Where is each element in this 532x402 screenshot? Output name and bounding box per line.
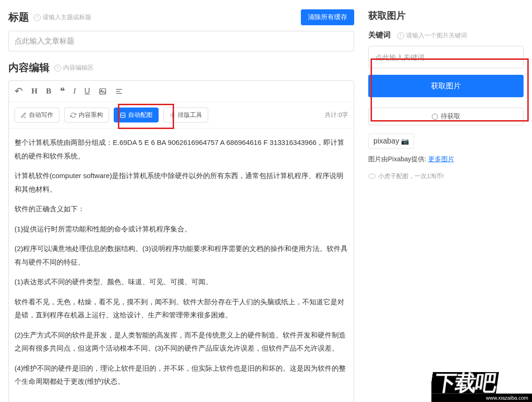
paragraph: 计算机软件(computer software)是指计算机系统中除硬件以外的所有… <box>15 169 348 196</box>
paragraph: (2)程序可以满意地处理信息的数据结构。(3)说明程序功能要求和程序需要的文档的… <box>15 242 348 269</box>
paragraph: (1)表达形式不同的硬件类型、颜色、味道、可见、可摸、可闻。 <box>15 275 348 289</box>
keyword-input[interactable] <box>368 46 524 68</box>
more-images-link[interactable]: 更多图片 <box>428 155 454 163</box>
underline-icon[interactable]: U <box>84 86 90 96</box>
article-title-input[interactable] <box>8 31 354 51</box>
bold-icon[interactable]: B <box>46 86 51 96</box>
pending-status: 待获取 <box>368 108 524 125</box>
svg-point-6 <box>172 114 173 115</box>
heading-icon[interactable]: H <box>31 86 37 96</box>
content-edit-header: 内容编辑 ! 内容编辑区 <box>8 61 354 75</box>
auto-write-button[interactable]: 自动写作 <box>15 108 59 122</box>
clear-cache-button[interactable]: 清除所有缓存 <box>301 9 354 25</box>
paragraph: 软件看不见，无色，枯燥，看不见，摸不到，闻不到。软件大部分存在于人们的头脑或纸上… <box>15 295 348 322</box>
keyword-label: 关键词 <box>368 31 391 39</box>
pixabay-logo: pixabay 📷 <box>368 134 414 149</box>
word-count: 共计:0字 <box>325 111 348 119</box>
info-icon: ! <box>54 65 61 72</box>
camera-icon: 📷 <box>401 137 409 145</box>
info-icon: ! <box>34 14 41 21</box>
circle-icon <box>432 114 438 120</box>
content-label: 内容编辑 <box>8 61 50 75</box>
italic-icon[interactable]: I <box>73 86 76 96</box>
paragraph: (1)提供运行时所需功能和性能的命令或计算机程序集合。 <box>15 223 348 236</box>
undo-icon[interactable]: ↶ <box>15 86 23 97</box>
fetch-image-button[interactable]: 获取图片 <box>368 75 524 97</box>
paragraph: 软件的正确含义如下： <box>15 202 348 216</box>
rebuild-button[interactable]: 内容重构 <box>64 108 109 122</box>
cloud-icon <box>368 174 376 179</box>
quote-icon[interactable]: ❝ <box>60 86 65 97</box>
title-header: 标题 ! 请输入主题或标题 清除所有缓存 <box>8 9 354 25</box>
editor-content[interactable]: 整个计算机系统由两部分组成：E.69DA 5 E 6 BA 9062616964… <box>9 129 354 402</box>
keyword-row: 关键词 ! 请输入一个图片关键词 <box>368 30 524 40</box>
info-icon: ! <box>397 32 404 39</box>
editor-container: ↶ H B ❝ I U 自动写作 内 <box>8 80 354 402</box>
editor-toolbar: ↶ H B ❝ I U <box>9 81 354 102</box>
layout-tool-button[interactable]: 排版工具 <box>163 108 208 122</box>
align-icon[interactable] <box>115 87 123 95</box>
image-insert-icon[interactable] <box>99 87 107 95</box>
paragraph: 整个计算机系统由两部分组成：E.69DA 5 E 6 BA 9062616964… <box>15 136 348 163</box>
paragraph: (2)生产方式不同的软件是开发，是人类智能的高发挥，而不是传统意义上的硬件制造。… <box>15 329 348 355</box>
content-hint: ! 内容编辑区 <box>54 64 94 72</box>
image-credit: 图片由Pixabay提供: 更多图片 <box>368 155 524 164</box>
title-hint: ! 请输入主题或标题 <box>34 13 91 22</box>
action-row: 自动写作 内容重构 自动配图 排版工具 共计:0字 <box>9 102 354 129</box>
title-label: 标题 <box>8 10 29 24</box>
fetch-image-header: 获取图片 <box>368 9 524 22</box>
paragraph: (4)维护不同的硬件是旧的，理论上软件是旧的，并不坏，但实际上软件也是旧的和坏的… <box>15 362 348 388</box>
auto-image-button[interactable]: 自动配图 <box>114 108 159 122</box>
keyword-hint: ! 请输入一个图片关键词 <box>397 31 467 40</box>
fetch-image-title: 获取图片 <box>368 9 406 22</box>
taobao-note: 小虎子配图，一次1淘币! <box>368 172 524 180</box>
